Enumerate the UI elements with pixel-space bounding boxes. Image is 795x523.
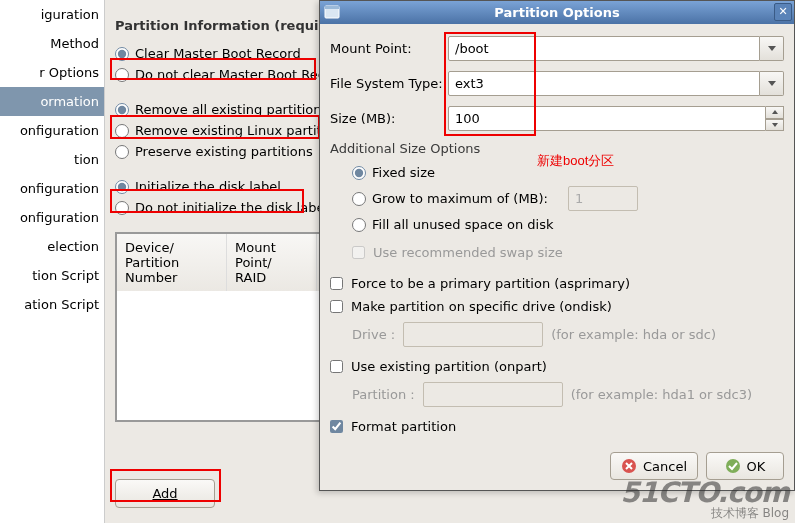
size-spin-down[interactable]	[766, 119, 784, 132]
sidebar-item[interactable]: tion	[0, 145, 104, 174]
asprimary-checkbox[interactable]: Force to be a primary partition (asprima…	[330, 272, 784, 295]
col-device[interactable]: Device/ Partition Number	[117, 234, 227, 291]
sidebar-item[interactable]: r Options	[0, 58, 104, 87]
mount-point-label: Mount Point:	[330, 41, 448, 56]
mount-point-dropdown[interactable]	[760, 36, 784, 61]
chevron-down-icon	[768, 81, 776, 86]
partition-hint: (for example: hda1 or sdc3)	[571, 387, 752, 402]
sidebar-item[interactable]: onfiguration	[0, 116, 104, 145]
sidebar-item[interactable]: Method	[0, 29, 104, 58]
sidebar-item[interactable]: election	[0, 232, 104, 261]
sidebar-item[interactable]: ation Script	[0, 290, 104, 319]
fs-type-input[interactable]	[448, 71, 760, 96]
fill-radio[interactable]: Fill all unused space on disk	[352, 214, 784, 235]
size-spin-up[interactable]	[766, 106, 784, 119]
drive-label: Drive :	[352, 327, 395, 342]
partition-options-dialog: Partition Options ✕ Mount Point: File Sy…	[319, 0, 795, 491]
close-icon[interactable]: ✕	[774, 3, 792, 21]
sidebar-item[interactable]: onfiguration	[0, 203, 104, 232]
drive-input	[403, 322, 543, 347]
partition-input	[423, 382, 563, 407]
onpart-checkbox[interactable]: Use existing partition (onpart)	[330, 355, 784, 378]
partition-label: Partition :	[352, 387, 415, 402]
chevron-up-icon	[772, 110, 778, 114]
ondisk-checkbox[interactable]: Make partition on specific drive (ondisk…	[330, 295, 784, 318]
svg-point-3	[726, 459, 740, 473]
sidebar-item[interactable]: onfiguration	[0, 174, 104, 203]
size-label: Size (MB):	[330, 111, 448, 126]
col-mountpoint[interactable]: Mount Point/ RAID	[227, 234, 317, 291]
swap-checkbox: Use recommended swap size	[352, 241, 784, 264]
sidebar-item[interactable]: iguration	[0, 0, 104, 29]
cancel-icon	[621, 458, 637, 474]
dialog-titlebar[interactable]: Partition Options ✕	[320, 1, 794, 24]
grow-radio[interactable]: Grow to maximum of (MB):	[352, 183, 784, 214]
sidebar-item[interactable]: ormation	[0, 87, 104, 116]
add-button[interactable]: Add	[115, 479, 215, 508]
format-checkbox[interactable]: Format partition	[330, 415, 784, 438]
fs-type-dropdown[interactable]	[760, 71, 784, 96]
drive-hint: (for example: hda or sdc)	[551, 327, 716, 342]
watermark: 51CTO.com 技术博客 Blog	[621, 479, 789, 519]
fs-type-label: File System Type:	[330, 76, 448, 91]
sidebar-item[interactable]: tion Script	[0, 261, 104, 290]
size-input[interactable]	[448, 106, 766, 131]
chevron-down-icon	[768, 46, 776, 51]
grow-value-input	[568, 186, 638, 211]
mount-point-input[interactable]	[448, 36, 760, 61]
dialog-icon	[324, 4, 340, 20]
dialog-title: Partition Options	[494, 5, 619, 20]
chevron-down-icon	[772, 123, 778, 127]
annotation-text: 新建boot分区	[537, 152, 614, 170]
svg-rect-1	[325, 6, 339, 9]
sidebar: igurationMethodr Optionsormationonfigura…	[0, 0, 105, 523]
ok-icon	[725, 458, 741, 474]
